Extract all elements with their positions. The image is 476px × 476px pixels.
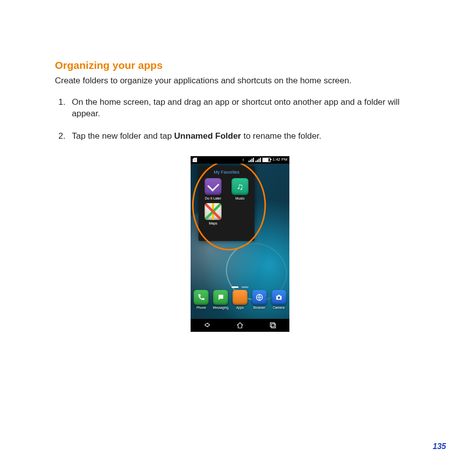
clock-text: 1:42 PM — [272, 157, 287, 163]
check-icon — [205, 178, 222, 195]
home-button[interactable] — [236, 321, 244, 330]
dock-label: Browser — [250, 306, 268, 310]
steps-list: On the home screen, tap and drag an app … — [55, 97, 425, 142]
globe-icon — [252, 290, 267, 305]
step-2-bold: Unnamed Folder — [174, 131, 241, 141]
recent-apps-button[interactable] — [268, 321, 277, 330]
status-right: ᚼ 1:42 PM — [242, 157, 287, 163]
status-left — [193, 158, 197, 162]
step-1: On the home screen, tap and drag an app … — [68, 97, 425, 120]
phone-screenshot: ᚼ 1:42 PM My Favorites Do It Later — [191, 156, 289, 332]
battery-icon — [262, 158, 270, 162]
app-grid-icon — [233, 290, 247, 305]
step-2: Tap the new folder and tap Unnamed Folde… — [68, 131, 425, 142]
dock-label: Apps — [231, 306, 249, 310]
folder-title[interactable]: My Favorites — [201, 169, 252, 175]
maps-icon — [205, 203, 222, 220]
section-heading: Organizing your apps — [55, 58, 425, 72]
manual-page: Organizing your apps Create folders to o… — [0, 0, 476, 476]
svg-rect-2 — [270, 323, 274, 327]
bluetooth-icon: ᚼ — [242, 158, 246, 162]
step-2-pre: Tap the new folder and tap — [72, 131, 174, 141]
folder-app-label: Music — [228, 196, 252, 201]
dock-app-messaging[interactable]: Messaging — [212, 290, 230, 310]
speech-bubble-icon — [213, 290, 228, 305]
phone-handset-icon — [194, 290, 209, 305]
picture-icon — [193, 158, 197, 162]
navigation-bar — [191, 319, 289, 332]
page-number: 135 — [433, 441, 446, 452]
dock-app-phone[interactable]: Phone — [192, 290, 210, 310]
folder-popup[interactable]: My Favorites Do It Later ♫ Music Maps — [199, 166, 254, 241]
camera-icon — [271, 290, 286, 305]
folder-app-music[interactable]: ♫ Music — [228, 178, 252, 201]
folder-app-maps[interactable]: Maps — [201, 203, 225, 226]
folder-app-label: Do It Later — [201, 196, 225, 201]
folder-app-doitlater[interactable]: Do It Later — [201, 178, 225, 201]
dock-app-apps[interactable]: Apps — [231, 290, 249, 310]
intro-text: Create folders to organize your applicat… — [55, 75, 425, 87]
back-button[interactable] — [203, 321, 212, 330]
signal-icon — [248, 158, 253, 162]
dock-label: Camera — [270, 306, 288, 310]
dock-app-browser[interactable]: Browser — [250, 290, 268, 310]
folder-app-label: Maps — [201, 221, 225, 226]
step-2-post: to rename the folder. — [241, 131, 321, 141]
signal-icon-2 — [255, 158, 260, 162]
dock-app-camera[interactable]: Camera — [270, 290, 288, 310]
folder-grid: Do It Later ♫ Music Maps — [201, 178, 252, 226]
dock-label: Messaging — [212, 306, 230, 310]
dock-label: Phone — [192, 306, 210, 310]
music-note-icon: ♫ — [232, 178, 248, 195]
status-bar: ᚼ 1:42 PM — [191, 156, 289, 164]
screenshot-wrapper: ᚼ 1:42 PM My Favorites Do It Later — [55, 156, 425, 332]
svg-rect-3 — [271, 324, 275, 328]
dock: Phone Messaging Apps Browser — [191, 288, 289, 319]
svg-point-1 — [277, 296, 280, 299]
